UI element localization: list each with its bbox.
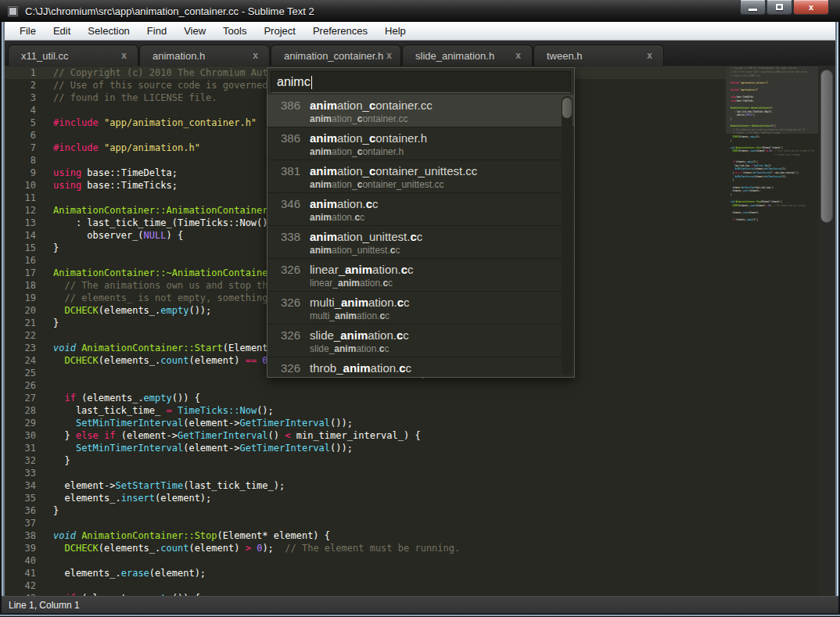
code-line-27: 27 if (elements_.empty()) { — [5, 392, 726, 404]
line-number: 3 — [5, 91, 36, 104]
menu-item-selection[interactable]: Selection — [79, 23, 138, 39]
goto-result-row[interactable]: 386animation_container.ccanimation_conta… — [267, 95, 574, 127]
tab-animation.h[interactable]: animation.hx — [139, 45, 270, 66]
code-text: observer_(NULL) { — [36, 229, 183, 242]
code-text — [36, 329, 53, 342]
result-text: slide_animation.ccslide_animation.cc — [300, 325, 409, 357]
code-text: } — [36, 242, 59, 254]
restore-button[interactable] — [766, 0, 792, 15]
goto-result-row[interactable]: 326linear_animation.cclinear_animation.c… — [267, 259, 574, 292]
result-filename: throb_animation.cc — [310, 357, 411, 374]
tab-close-icon[interactable]: x — [644, 48, 655, 63]
minimize-button[interactable] — [740, 0, 766, 15]
tab-tween.h[interactable]: tween.hx — [533, 45, 664, 66]
menu-item-preferences[interactable]: Preferences — [304, 23, 376, 39]
code-text — [36, 104, 53, 117]
goto-result-row[interactable]: 386animation_container.hanimation_contai… — [267, 127, 574, 160]
goto-scrollbar-thumb[interactable] — [562, 98, 572, 118]
line-number: 31 — [5, 442, 36, 454]
line-number: 29 — [5, 417, 36, 429]
app-icon — [8, 6, 18, 16]
result-path: animation_container_unittest.cc — [310, 177, 477, 189]
goto-result-row[interactable]: 346animation.ccanimation.cc — [267, 193, 574, 226]
result-filename: animation_container.cc — [310, 95, 433, 111]
result-filename: animation_container_unittest.cc — [310, 160, 477, 177]
goto-result-row[interactable]: 338animation_unittest.ccanimation_unitte… — [267, 226, 574, 259]
goto-result-row[interactable]: 326throb_animation.ccthrob_animation.cc — [267, 357, 574, 377]
line-number: 36 — [5, 504, 36, 517]
goto-anything-panel: animc 386animation_container.ccanimation… — [267, 67, 575, 378]
editor-scrollbar-thumb[interactable] — [820, 70, 833, 223]
goto-query-text: animc — [277, 75, 311, 89]
menu-item-tools[interactable]: Tools — [214, 23, 255, 39]
code-line-29: 29 SetMinTimerInterval(element->GetTimer… — [5, 417, 726, 429]
code-line-33: 33 — [5, 467, 726, 479]
code-text — [36, 554, 53, 567]
result-score: 346 — [274, 193, 300, 225]
menu-item-project[interactable]: Project — [255, 23, 303, 39]
tab-slide_animation.h[interactable]: slide_animation.hx — [402, 45, 533, 66]
code-text — [36, 192, 53, 204]
line-number: 39 — [5, 542, 36, 554]
goto-anything-input[interactable]: animc — [271, 71, 571, 93]
line-number: 24 — [5, 354, 36, 367]
menu-item-file[interactable]: File — [11, 23, 45, 39]
line-number: 22 — [5, 329, 36, 342]
code-text — [36, 254, 53, 267]
minimap[interactable]: // Copyright (c) 2010 The Chromium Autho… — [726, 66, 818, 596]
editor-scrollbar[interactable] — [818, 66, 835, 596]
tab-label: tween.h — [547, 50, 583, 62]
close-button[interactable]: x — [793, 0, 829, 15]
code-text: DCHECK(elements_.count(element) > 0); //… — [727, 203, 806, 207]
line-number: 32 — [5, 454, 36, 467]
code-line-41: 41 elements_.erase(element); — [5, 567, 726, 579]
result-text: animation_unittest.ccanimation_unittest.… — [300, 226, 422, 258]
line-number: 38 — [5, 529, 36, 542]
menu-item-view[interactable]: View — [175, 23, 214, 39]
menu-item-find[interactable]: Find — [138, 23, 175, 39]
code-line-26: 26 — [5, 379, 726, 392]
code-text: } — [36, 317, 59, 329]
code-text: } else if (element->GetTimerInterval() <… — [36, 429, 421, 442]
code-line-28: 28 last_tick_time_ = TimeTicks::Now(); — [5, 404, 726, 417]
line-number: 7 — [5, 142, 36, 154]
line-number: 35 — [5, 492, 36, 504]
result-score: 326 — [274, 325, 300, 357]
line-number: 34 — [5, 479, 36, 492]
title-bar[interactable]: C:\JJ\chromium\src\app\animation_contain… — [0, 0, 840, 22]
goto-result-row[interactable]: 326multi_animation.ccmulti_animation.cc — [267, 292, 574, 325]
line-number: 12 — [5, 204, 36, 217]
code-text: elements_.erase(element); — [727, 210, 759, 214]
menu-item-help[interactable]: Help — [376, 23, 415, 39]
result-path: animation_container.h — [310, 144, 427, 156]
tab-x11_util.cc[interactable]: x11_util.ccx — [8, 45, 138, 66]
line-number: 26 — [5, 379, 36, 392]
line-number: 15 — [5, 242, 36, 254]
result-filename: multi_animation.cc — [310, 292, 410, 308]
line-number: 9 — [5, 167, 36, 179]
result-text: animation_container.hanimation_container… — [300, 127, 427, 160]
tab-close-icon[interactable]: x — [512, 48, 524, 63]
result-score: 338 — [274, 226, 300, 258]
code-text: using base::TimeTicks; — [36, 179, 178, 192]
code-line-30: 30 } else if (element->GetTimerInterval(… — [5, 429, 726, 442]
code-line-39: 39 DCHECK(elements_.count(element) > 0);… — [5, 542, 726, 554]
result-path: animation.cc — [310, 210, 379, 222]
tab-close-icon[interactable]: x — [249, 48, 261, 63]
goto-result-row[interactable]: 381animation_container_unittest.ccanimat… — [267, 160, 574, 193]
menu-item-edit[interactable]: Edit — [45, 23, 79, 39]
line-number: 42 — [5, 579, 36, 592]
code-line-36: 36} — [5, 504, 726, 517]
minimap-viewport[interactable] — [726, 66, 818, 134]
tab-close-icon[interactable]: x — [383, 48, 395, 63]
tab-animation_container.h[interactable]: animation_container.hx — [271, 45, 401, 66]
goto-result-row[interactable]: 326slide_animation.ccslide_animation.cc — [267, 325, 574, 357]
line-number: 40 — [5, 554, 36, 567]
result-path: animation_unittest.cc — [310, 242, 422, 255]
tab-close-icon[interactable]: x — [118, 48, 130, 63]
code-text: last_tick_time_ = TimeTicks::Now(); — [36, 404, 274, 417]
goto-scrollbar[interactable] — [562, 96, 573, 375]
code-text: void AnimationContainer::Stop(Element* e… — [36, 529, 330, 542]
result-filename: animation_container.h — [310, 127, 427, 144]
code-text: DCHECK(elements_.count(element) > 0); //… — [36, 542, 460, 554]
